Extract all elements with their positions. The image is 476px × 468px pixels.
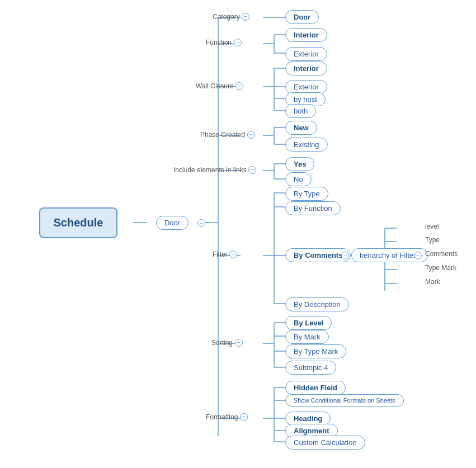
both-node[interactable]: both	[285, 104, 316, 118]
filter-minus-icon[interactable]: −	[229, 250, 237, 258]
filter-label-node: Filter −	[213, 250, 237, 258]
existing-label: Existing	[285, 138, 328, 152]
exterior-node[interactable]: Exterior	[285, 47, 327, 61]
schedule-label: Schedule	[39, 207, 118, 238]
byfunction-node[interactable]: By Function	[285, 201, 341, 215]
hierarchy-minus-icon[interactable]: −	[414, 252, 422, 259]
bydescription-node[interactable]: By Description	[285, 297, 349, 311]
customcalc-label: Custom Calculation	[285, 436, 365, 450]
type-node: Type	[425, 236, 440, 244]
bycomments-expand[interactable]: −	[341, 252, 349, 259]
formatting-label-node: Formatting −	[206, 413, 248, 421]
subtopic4-label: Subtopic 4	[285, 361, 336, 375]
comments-node: Comments	[425, 250, 458, 258]
bylevel-node[interactable]: By Level	[285, 316, 332, 330]
bytype-node[interactable]: By Type	[285, 187, 328, 201]
byfunction-label: By Function	[285, 201, 341, 215]
level-node: level	[425, 223, 439, 230]
new-node[interactable]: New	[285, 121, 317, 135]
yes-node[interactable]: Yes	[285, 157, 314, 171]
mark-label: Mark	[425, 278, 440, 286]
category-text: Category	[213, 13, 240, 21]
bytype-label: By Type	[285, 187, 328, 201]
interior2-node[interactable]: Interior	[285, 62, 327, 75]
includelinks-minus-icon[interactable]: −	[248, 166, 256, 174]
door-label: Door	[156, 216, 188, 230]
bytypemark-node[interactable]: By Type Mark	[285, 344, 346, 358]
customcalc-node[interactable]: Custom Calculation	[285, 436, 365, 450]
door-value-label: Door	[285, 10, 319, 24]
hiddenfield-label: Hidden Field	[285, 381, 346, 395]
phasecreated-label-node: Phase Created −	[200, 130, 255, 139]
bycomments-minus-icon[interactable]: −	[341, 252, 349, 259]
door-expand[interactable]: −	[197, 219, 206, 228]
interior-node[interactable]: Interior	[285, 28, 327, 42]
door-value-node[interactable]: Door	[285, 10, 319, 24]
typemark-label: Type Mark	[425, 264, 456, 272]
exterior-label: Exterior	[285, 47, 327, 61]
category-minus-icon[interactable]: −	[242, 13, 249, 21]
bymark-node[interactable]: By Mark	[285, 330, 329, 344]
wallclosure-minus-icon[interactable]: −	[235, 82, 243, 90]
bydescription-label: By Description	[285, 297, 349, 311]
schedule-node[interactable]: Schedule	[28, 210, 129, 235]
door-node[interactable]: Door	[147, 213, 197, 232]
both-label: both	[285, 104, 316, 118]
no-label: No	[285, 172, 312, 186]
new-label: New	[285, 121, 317, 135]
sorting-label-node: Sorting −	[211, 338, 243, 347]
door-minus-icon[interactable]: −	[197, 219, 205, 227]
comments-label: Comments	[425, 250, 458, 258]
interior-label: Interior	[285, 28, 327, 42]
mark-node: Mark	[425, 278, 440, 286]
function-label-node: Function −	[206, 38, 242, 46]
subtopic4-node[interactable]: Subtopic 4	[285, 361, 336, 375]
existing-node[interactable]: Existing	[285, 138, 328, 152]
hierarchy-expand[interactable]: −	[414, 252, 422, 259]
level-label: level	[425, 223, 439, 230]
bylevel-label: By Level	[285, 316, 332, 330]
function-minus-icon[interactable]: −	[234, 39, 242, 46]
formatting-minus-icon[interactable]: −	[240, 413, 248, 421]
mindmap-container: Schedule Door − Category − Door Function…	[0, 0, 476, 468]
interior2-label: Interior	[285, 62, 327, 75]
bytypemark-label: By Type Mark	[285, 344, 346, 358]
typemark-node: Type Mark	[425, 264, 456, 272]
sorting-minus-icon[interactable]: −	[235, 339, 243, 347]
showcond-node[interactable]: Show Conditional Formats on Sheets	[285, 394, 404, 406]
wallclosure-label-node: Wall Closure −	[196, 82, 243, 90]
phasecreated-minus-icon[interactable]: −	[247, 131, 255, 139]
type-label: Type	[425, 236, 440, 244]
bymark-label: By Mark	[285, 330, 329, 344]
includelinks-label-node: Include elements in links −	[173, 166, 256, 174]
hiddenfield-node[interactable]: Hidden Field	[285, 381, 346, 395]
category-label-node: Category −	[213, 12, 249, 21]
no-node[interactable]: No	[285, 172, 312, 186]
showcond-label: Show Conditional Formats on Sheets	[285, 394, 404, 406]
yes-label: Yes	[285, 157, 314, 171]
